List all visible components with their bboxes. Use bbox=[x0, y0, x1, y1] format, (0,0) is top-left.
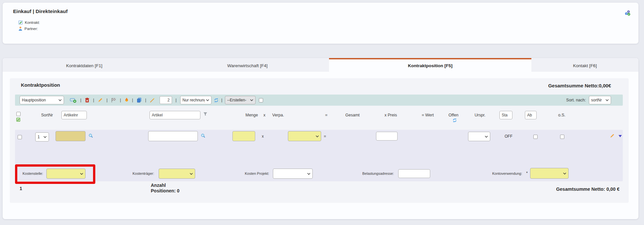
tab-label: Kontakt [F6] bbox=[573, 63, 597, 68]
row-edit-pencil-icon[interactable] bbox=[610, 133, 615, 138]
row-dropdown-triangle-icon[interactable] bbox=[618, 135, 622, 138]
col-equals: = bbox=[325, 113, 327, 117]
chevron-down-icon bbox=[250, 99, 253, 101]
kosten-projekt-select[interactable] bbox=[273, 169, 313, 179]
row-sortnr-select[interactable]: 1 bbox=[35, 132, 49, 142]
row-status: OFF bbox=[505, 134, 512, 139]
row-artikelnr-input[interactable] bbox=[55, 131, 86, 141]
footer-count-line2: Positionen: 0 bbox=[151, 188, 180, 194]
refresh-icon[interactable] bbox=[214, 98, 219, 103]
create-select[interactable]: --Erstellen- bbox=[225, 96, 256, 104]
kontraktposition-panel: Kontraktposition Gesamtsumme Netto:0,00€… bbox=[10, 78, 629, 203]
toolbar-separator: | bbox=[120, 98, 121, 102]
row-os-checkbox[interactable] bbox=[560, 135, 564, 139]
add-row-icon[interactable] bbox=[70, 98, 77, 103]
chevron-down-icon bbox=[43, 136, 47, 138]
flame-icon[interactable] bbox=[125, 98, 129, 103]
col-urspr: Urspr. bbox=[475, 113, 485, 117]
toolbar-separator: | bbox=[145, 98, 146, 102]
toolbar-separator: | bbox=[93, 98, 94, 102]
chevron-down-icon bbox=[80, 173, 83, 175]
services-icon[interactable] bbox=[624, 10, 631, 16]
search-magnifier-icon[interactable] bbox=[201, 134, 205, 138]
copies-input[interactable] bbox=[160, 96, 172, 104]
row-menge-input[interactable] bbox=[232, 131, 255, 141]
kontrakt-row: Kontrakt: bbox=[18, 20, 40, 25]
page-title: Einkauf | Direkteinkauf bbox=[13, 8, 68, 14]
sort-label: Sort. nach: bbox=[566, 98, 586, 102]
col-eq-wert: = Wert bbox=[422, 113, 434, 117]
tab-kontraktdaten[interactable]: Kontraktdaten [F1] bbox=[3, 58, 166, 72]
magic-wand-icon[interactable] bbox=[150, 98, 155, 103]
refresh-icon[interactable] bbox=[452, 118, 457, 123]
toolbar-separator: | bbox=[106, 98, 107, 102]
tab-kontraktposition[interactable]: Kontraktposition [F5] bbox=[329, 58, 531, 72]
chevron-down-icon bbox=[605, 99, 609, 101]
ab-filter-input[interactable] bbox=[525, 111, 537, 119]
belastungsadresse-input[interactable] bbox=[398, 169, 430, 178]
delete-icon[interactable] bbox=[85, 98, 89, 103]
edit-pencil-icon[interactable] bbox=[98, 98, 103, 103]
toolbar-separator: | bbox=[132, 98, 133, 102]
kostentraeger-select[interactable] bbox=[159, 169, 195, 179]
green-checked-checkbox-icon[interactable] bbox=[16, 118, 20, 122]
invoice-filter-select[interactable]: Nur rechnung bbox=[180, 96, 212, 104]
kostenstelle-select[interactable] bbox=[46, 169, 86, 179]
col-verpa: Verpa. bbox=[272, 113, 284, 117]
footer-total-netto: Gesamtsumme Netto: 0,00 € bbox=[556, 187, 620, 192]
footer-position-count: Anzahl Positionen: 0 bbox=[151, 183, 180, 194]
col-sortnr: SortNr bbox=[41, 113, 53, 117]
panel-title: Kontraktposition bbox=[21, 82, 60, 88]
position-type-select[interactable]: Hauptposition bbox=[20, 96, 64, 104]
col-x-preis: x Preis bbox=[385, 113, 397, 117]
row-artikel-input[interactable] bbox=[148, 131, 198, 141]
tab-kontakt[interactable]: Kontakt [F6] bbox=[531, 58, 638, 72]
kosten-projekt-label: Kosten Projekt: bbox=[245, 172, 269, 175]
row-sta-checkbox[interactable] bbox=[533, 135, 538, 139]
header-card: Einkauf | Direkteinkauf Kontrakt: Partne… bbox=[3, 3, 638, 44]
row-checkbox[interactable] bbox=[18, 135, 22, 139]
copy-icon[interactable] bbox=[137, 98, 142, 103]
person-icon bbox=[18, 26, 23, 31]
toolbar-checkbox[interactable] bbox=[259, 98, 263, 102]
col-gesamt: Gesamt bbox=[345, 113, 360, 117]
kontrakt-label: Kontrakt: bbox=[25, 21, 40, 24]
tab-label: Warenwirtschaft [F4] bbox=[227, 63, 267, 68]
checkered-flag-icon[interactable] bbox=[111, 98, 116, 103]
note-edit-icon bbox=[18, 20, 23, 25]
chevron-down-icon bbox=[316, 135, 319, 137]
search-magnifier-icon[interactable] bbox=[89, 134, 93, 138]
select-all-checkbox[interactable] bbox=[16, 112, 21, 116]
row-verpa-select[interactable] bbox=[288, 131, 321, 141]
toolbar-separator: | bbox=[80, 98, 81, 102]
footer-page-number: 1 bbox=[20, 186, 22, 191]
total-netto-top: Gesamtsumme Netto:0,00€ bbox=[548, 83, 611, 88]
select-value: Nur rechnung bbox=[182, 98, 205, 102]
tab-bar: Kontraktdaten [F1] Warenwirtschaft [F4] … bbox=[3, 58, 638, 72]
chevron-down-icon bbox=[307, 173, 310, 175]
select-value: Hauptposition bbox=[22, 98, 57, 102]
select-value: sortNr bbox=[591, 98, 604, 102]
sort-select[interactable]: sortNr bbox=[589, 96, 611, 104]
col-times: x bbox=[263, 113, 265, 117]
tab-label: Kontraktdaten [F1] bbox=[66, 63, 102, 68]
sta-filter-input[interactable] bbox=[499, 111, 512, 119]
toolbar-separator: | bbox=[221, 98, 222, 102]
belastungsadresse-label: Belastungsadresse: bbox=[362, 172, 394, 175]
kostenstelle-label: Kostenstelle: bbox=[23, 172, 43, 175]
artikelnr-filter-input[interactable] bbox=[61, 111, 87, 119]
filter-funnel-icon[interactable] bbox=[203, 112, 208, 116]
tab-label: Kontraktposition [F5] bbox=[408, 63, 453, 68]
kontoverwendung-label: Kontoverwendung: bbox=[492, 172, 522, 175]
chevron-down-icon bbox=[485, 136, 488, 138]
required-marker: * bbox=[526, 171, 528, 175]
artikel-filter-input[interactable] bbox=[149, 111, 200, 119]
partner-label: Partner: bbox=[24, 27, 38, 31]
tab-warenwirtschaft[interactable]: Warenwirtschaft [F4] bbox=[166, 58, 329, 72]
kontoverwendung-select[interactable] bbox=[530, 168, 569, 179]
row-preis-input[interactable] bbox=[376, 132, 398, 141]
kostentraeger-label: Kostenträger: bbox=[133, 172, 154, 175]
position-toolbar: Hauptposition | | | | bbox=[15, 95, 623, 106]
chevron-down-icon bbox=[206, 99, 209, 101]
row-urspr-select[interactable] bbox=[468, 132, 490, 141]
